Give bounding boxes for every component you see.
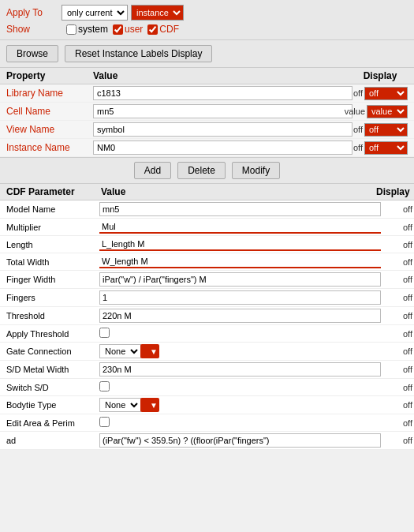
finger-width-input[interactable] — [99, 272, 381, 287]
cdf-row-ad: ad off — [0, 432, 414, 450]
delete-button[interactable]: Delete — [177, 162, 226, 179]
cell-name-label: Cell Name — [6, 106, 93, 117]
cdf-row-sd-metal-width: S/D Metal Width off — [0, 361, 414, 379]
view-name-input[interactable] — [93, 122, 352, 137]
threshold-param: Threshold — [3, 311, 98, 320]
instance-name-input[interactable] — [93, 140, 352, 155]
view-name-label: View Name — [6, 124, 93, 135]
cdf-row-gate-connection: Gate Connection None ▼ off — [0, 343, 414, 361]
cell-name-input[interactable] — [93, 104, 352, 118]
bodytie-type-arrow[interactable]: ▼ — [140, 398, 159, 412]
browse-button[interactable]: Browse — [6, 45, 58, 62]
instance-name-label: Instance Name — [6, 142, 93, 153]
bodytie-type-value: None ▼ — [98, 398, 382, 412]
apply-to-select2[interactable]: instance cell library — [131, 5, 184, 21]
model-name-param: Model Name — [3, 204, 98, 214]
multiplier-display: off — [382, 223, 414, 232]
ad-input[interactable] — [99, 433, 381, 448]
length-text: L_length M — [99, 238, 381, 251]
add-button[interactable]: Add — [134, 162, 171, 179]
property-section: Property Value Display Library Name off … — [0, 68, 414, 158]
library-name-display: off offvaluenameboth — [352, 87, 408, 100]
gate-connection-select[interactable]: None — [99, 344, 141, 358]
gate-connection-arrow[interactable]: ▼ — [140, 344, 159, 358]
model-name-input[interactable] — [99, 202, 381, 216]
view-display-select[interactable]: offvaluenameboth — [364, 123, 408, 137]
cdf-row-switch-sd: Switch S/D off — [0, 379, 414, 396]
cdf-row-finger-width: Finger Width off — [0, 271, 414, 289]
finger-width-param: Finger Width — [3, 275, 98, 284]
prop-row-instance: Instance Name off offvaluenameboth — [0, 139, 414, 157]
show-user-checkbox[interactable] — [113, 24, 123, 35]
apply-to-section: Apply To only current all instance cell … — [0, 0, 414, 40]
library-name-input[interactable] — [93, 86, 352, 100]
bodytie-type-param: Bodytie Type — [3, 400, 98, 410]
show-cdf-checkbox[interactable] — [147, 24, 158, 35]
show-cdf-label: CDF — [159, 24, 179, 35]
sd-metal-width-input[interactable] — [99, 362, 381, 377]
show-system-checkbox[interactable] — [66, 24, 76, 35]
threshold-input[interactable] — [99, 309, 381, 323]
instance-name-display: off offvaluenameboth — [352, 141, 408, 155]
threshold-display: off — [382, 311, 414, 320]
sd-metal-width-param: S/D Metal Width — [3, 365, 98, 374]
apply-to-select1[interactable]: only current all — [62, 5, 128, 21]
view-display-label: off — [353, 125, 363, 134]
switch-sd-checkbox[interactable] — [99, 381, 110, 392]
edit-area-param: Edit Area & Perim — [3, 418, 98, 428]
add-delete-row: Add Delete Modify — [0, 158, 414, 184]
sd-metal-width-display: off — [382, 365, 414, 374]
library-display-select[interactable]: offvaluenameboth — [364, 87, 408, 100]
finger-width-display: off — [382, 275, 414, 284]
show-system-label: system — [78, 24, 108, 35]
fingers-param: Fingers — [3, 293, 98, 302]
cdf-header: CDF Parameter Value Display — [0, 184, 414, 200]
property-header: Property Value Display — [0, 68, 414, 84]
cell-display-select[interactable]: offvaluenameboth — [367, 105, 408, 118]
fingers-value — [98, 290, 382, 305]
length-display: off — [382, 240, 414, 249]
edit-area-checkbox[interactable] — [99, 417, 110, 427]
total-width-param: Total Width — [3, 257, 98, 267]
finger-width-value — [98, 272, 382, 287]
property-col-header: Property — [6, 70, 93, 81]
library-name-value — [93, 86, 352, 100]
total-width-value: W_length M — [98, 256, 382, 268]
cell-name-value — [93, 104, 352, 118]
edit-area-display: off — [382, 418, 414, 428]
value-col-header: Value — [93, 70, 352, 81]
bodytie-type-display: off — [382, 400, 414, 410]
total-width-display: off — [382, 257, 414, 267]
library-display-label: off — [353, 88, 363, 98]
prop-row-view: View Name off offvaluenameboth — [0, 121, 414, 139]
gate-connection-display: off — [382, 347, 414, 356]
fingers-input[interactable] — [99, 290, 381, 305]
cdf-row-edit-area: Edit Area & Perim off — [0, 414, 414, 432]
view-name-display: off offvaluenameboth — [352, 123, 408, 137]
apply-to-label: Apply To — [6, 7, 62, 18]
cell-display-label: value — [345, 107, 365, 116]
cdf-section: CDF Parameter Value Display Model Name o… — [0, 184, 414, 450]
cdf-row-bodytie-type: Bodytie Type None ▼ off — [0, 396, 414, 414]
model-name-value — [98, 202, 382, 216]
modify-button[interactable]: Modify — [232, 162, 280, 179]
cdf-row-model-name: Model Name off — [0, 200, 414, 219]
apply-threshold-checkbox[interactable] — [99, 328, 110, 338]
cdf-row-threshold: Threshold off — [0, 307, 414, 325]
instance-name-value — [93, 140, 352, 155]
instance-display-select[interactable]: offvaluenameboth — [364, 141, 408, 155]
cdf-param-header: CDF Parameter — [6, 186, 101, 197]
prop-row-cell: Cell Name value offvaluenameboth — [0, 103, 414, 121]
multiplier-text: Mul — [99, 221, 381, 234]
prop-row-library: Library Name off offvaluenameboth — [0, 84, 414, 103]
reset-button[interactable]: Reset Instance Labels Display — [65, 45, 212, 62]
cdf-value-header: Value — [101, 186, 376, 197]
cdf-row-multiplier: Multiplier Mul off — [0, 219, 414, 236]
threshold-value — [98, 309, 382, 323]
library-name-label: Library Name — [6, 88, 93, 99]
fingers-display: off — [382, 293, 414, 302]
bodytie-type-select[interactable]: None — [99, 398, 141, 412]
cdf-row-fingers: Fingers off — [0, 289, 414, 307]
length-param: Length — [3, 240, 98, 249]
cdf-row-length: Length L_length M off — [0, 236, 414, 253]
